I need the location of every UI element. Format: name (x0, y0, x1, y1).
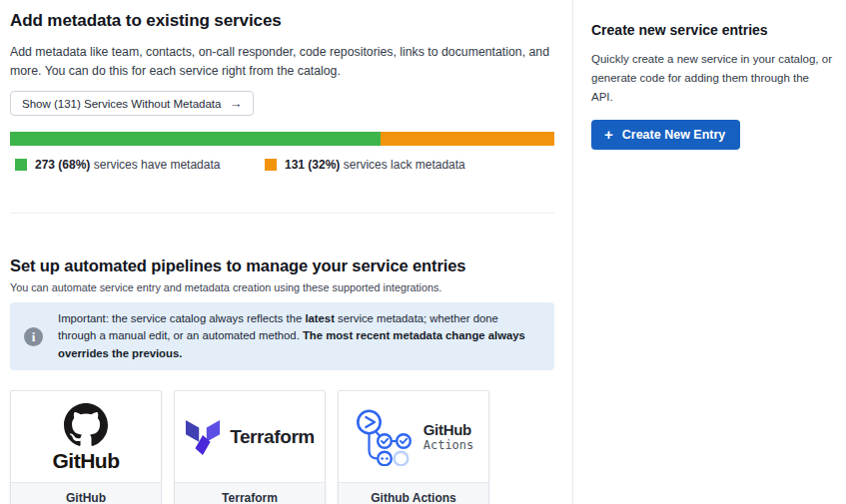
pipelines-section-title: Set up automated pipelines to manage you… (10, 255, 554, 276)
green-swatch-icon (15, 159, 27, 171)
info-banner: i Important: the service catalog always … (10, 302, 554, 371)
page-title: Add metadata to existing services (10, 10, 554, 31)
legend-item-have-metadata: 273 (68%) services have metadata (15, 158, 265, 172)
integration-cards: GitHub GitHub Terraform (10, 390, 554, 504)
section-divider (10, 213, 554, 214)
progress-segment-have-metadata (10, 132, 381, 146)
card-github-actions-body: GitHub Actions (339, 391, 488, 482)
page: Add metadata to existing services Add me… (0, 0, 846, 504)
info-icon: i (24, 327, 43, 346)
banner-bold-1: latest (305, 312, 335, 324)
show-button-label: Show (131) Services Without Metadata (22, 98, 221, 110)
terraform-logo-icon (185, 417, 221, 457)
legend-value: 273 (68%) (35, 158, 90, 172)
github-actions-wordmark-line2: Actions (423, 439, 474, 453)
sidebar-title: Create new service entries (591, 21, 832, 39)
sidebar-description: Quickly create a new service in your cat… (591, 50, 832, 107)
card-github-label: GitHub (11, 482, 161, 504)
plus-icon: + (604, 129, 613, 141)
create-new-entry-button[interactable]: + Create New Entry (591, 120, 740, 150)
progress-legend: 273 (68%) services have metadata 131 (32… (15, 158, 554, 172)
legend-text: 131 (32%) services lack metadata (285, 158, 465, 172)
main-content: Add metadata to existing services Add me… (0, 0, 572, 504)
card-terraform-label: Terraform (175, 482, 325, 504)
card-github-actions-label: Github Actions (339, 482, 488, 504)
github-actions-icon (354, 408, 416, 466)
github-octocat-icon (64, 403, 108, 447)
terraform-wordmark: Terraform (230, 426, 315, 448)
legend-item-lack-metadata: 131 (32%) services lack metadata (265, 158, 465, 172)
card-terraform-body: Terraform (175, 391, 325, 482)
legend-text: 273 (68%) services have metadata (35, 158, 220, 172)
legend-label: services lack metadata (344, 158, 465, 172)
card-github[interactable]: GitHub GitHub (10, 390, 162, 504)
arrow-right-icon: → (229, 97, 242, 110)
progress-segment-lack-metadata (381, 132, 554, 146)
pipelines-section-subtitle: You can automate service entry and metad… (10, 281, 554, 293)
orange-swatch-icon (265, 159, 277, 171)
sidebar: Create new service entries Quickly creat… (572, 0, 846, 504)
info-banner-text: Important: the service catalog always re… (58, 310, 538, 363)
banner-text-1: Important: the service catalog always re… (58, 312, 305, 324)
github-wordmark: GitHub (53, 450, 120, 471)
card-github-body: GitHub (11, 391, 161, 482)
show-services-without-metadata-button[interactable]: Show (131) Services Without Metadata → (10, 91, 254, 116)
legend-value: 131 (32%) (285, 158, 340, 172)
github-actions-wordmark-line1: GitHub (423, 421, 474, 438)
legend-label: services have metadata (94, 158, 221, 172)
metadata-progress-bar (10, 132, 554, 146)
section-description: Add metadata like team, contacts, on-cal… (10, 43, 551, 81)
card-terraform[interactable]: Terraform Terraform (174, 390, 326, 504)
create-button-label: Create New Entry (622, 128, 726, 142)
card-github-actions[interactable]: GitHub Actions Github Actions (338, 390, 489, 504)
